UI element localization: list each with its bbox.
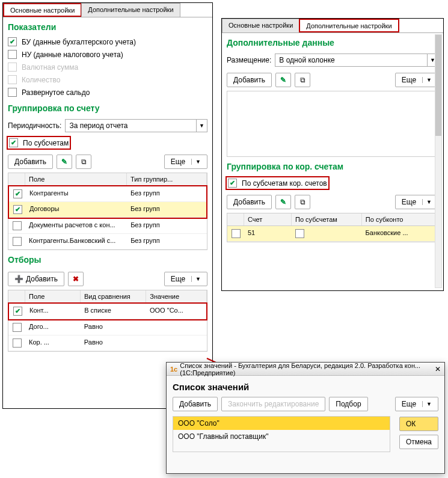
kor-by-sub-label: По субсчетам кор. счетов	[242, 179, 327, 188]
cancel-button[interactable]: Отмена	[399, 435, 438, 449]
filters-col-field: Поле	[25, 290, 81, 302]
indicator-nu-label: НУ (данные налогового учета)	[22, 51, 123, 59]
delete-icon[interactable]: ✖	[68, 272, 84, 286]
grouping-table-header: Поле Тип группир...	[8, 173, 207, 186]
dialog-pick-button[interactable]: Подбор	[329, 397, 367, 411]
edit-icon[interactable]: ✎	[275, 73, 291, 87]
kor-sub-checkbox[interactable]	[295, 229, 304, 238]
kor-add-button[interactable]: Добавить	[227, 195, 272, 209]
chevron-down-icon: ▼	[422, 77, 432, 83]
extra-add-button[interactable]: Добавить	[227, 73, 272, 87]
indicator-bu-checkbox[interactable]	[8, 37, 17, 46]
table-row[interactable]: Конт... В списке ООО "Со...	[9, 304, 206, 319]
dialog-finish-button: Закончить редактирование	[221, 397, 325, 411]
dialog-more-button[interactable]: Еще▼	[395, 397, 438, 411]
row-checkbox[interactable]	[13, 189, 22, 198]
indicator-nu-checkbox[interactable]	[8, 50, 17, 59]
kor-by-sub-checkbox[interactable]	[228, 179, 237, 188]
indicator-saldo-row[interactable]: Развернутое сальдо	[3, 86, 212, 99]
chevron-down-icon[interactable]: ▼	[196, 120, 207, 132]
indicator-saldo-checkbox[interactable]	[8, 88, 17, 97]
indicator-qty-label: Количество	[22, 76, 60, 84]
table-row[interactable]: Документы расчетов с кон... Без групп	[8, 218, 207, 234]
grouping-toolbar: Добавить ✎ ⧉ Еще▼	[3, 151, 212, 173]
scrollbar-thumb[interactable]	[435, 35, 441, 136]
copy-icon[interactable]: ⧉	[76, 155, 91, 169]
filters-more-button[interactable]: Еще▼	[164, 272, 207, 286]
row-checkbox[interactable]	[13, 205, 22, 214]
filters-table: Поле Вид сравнения Значение Конт... В сп…	[8, 290, 207, 352]
row-checkbox[interactable]	[13, 307, 22, 316]
close-icon[interactable]: ✕	[435, 365, 441, 373]
chevron-down-icon: ▼	[422, 401, 432, 407]
dialog-titlebar[interactable]: 1с Список значений - Бухгалтерия для Бел…	[167, 363, 444, 376]
filters-col-val: Значение	[146, 290, 207, 302]
kor-col-acc: Счет	[244, 213, 292, 225]
copy-icon[interactable]: ⧉	[295, 73, 310, 87]
dialog-title-text: Список значений - Бухгалтерия для Белару…	[180, 362, 435, 376]
kor-toolbar: Добавить ✎ ⧉ Еще▼	[222, 191, 443, 213]
row-checkbox[interactable]	[13, 237, 22, 246]
extra-data-list[interactable]	[227, 91, 438, 157]
table-row[interactable]: Контрагенты Без групп	[9, 186, 206, 202]
period-select[interactable]: За период отчета ▼	[65, 119, 207, 132]
tab-main-settings-right[interactable]: Основные настройки	[222, 19, 299, 32]
placement-select[interactable]: В одной колонке ▼	[275, 54, 438, 67]
value-list-dialog: 1с Список значений - Бухгалтерия для Бел…	[166, 362, 445, 474]
extra-more-button[interactable]: Еще▼	[395, 73, 438, 87]
ok-button[interactable]: ОК	[399, 417, 438, 431]
kor-table-header: Счет По субсчетам По субконто	[227, 213, 438, 226]
filters-title: Отборы	[8, 255, 212, 265]
placement-row: Размещение: В одной колонке ▼	[222, 51, 443, 69]
by-subaccounts-checkbox[interactable]	[9, 138, 18, 147]
grouping-col-field: Поле	[25, 173, 127, 185]
plus-icon: ➕	[14, 275, 23, 283]
table-row[interactable]: Контрагенты.Банковский с... Без групп	[8, 234, 207, 250]
chevron-down-icon: ▼	[191, 276, 201, 282]
scrollbar[interactable]	[435, 34, 442, 288]
grouping-col-type: Тип группир...	[127, 173, 207, 185]
edit-icon[interactable]: ✎	[57, 155, 72, 169]
dialog-action-buttons: ОК Отмена	[399, 417, 438, 449]
grouping-rows-highlight: Контрагенты Без групп Договоры Без групп	[8, 185, 207, 219]
grouping-add-button[interactable]: Добавить	[8, 155, 53, 169]
table-row[interactable]: 51 Банковские ...	[227, 226, 438, 242]
indicators-title: Показатели	[8, 22, 212, 32]
extra-data-title: Дополнительные данные	[227, 38, 443, 47]
chevron-down-icon: ▼	[422, 199, 432, 205]
indicator-bu-row[interactable]: БУ (данные бухгалтерского учета)	[3, 35, 212, 48]
extra-settings-panel: Основные настройки Дополнительные настро…	[221, 18, 444, 291]
table-row[interactable]: Договоры Без групп	[9, 202, 206, 218]
copy-icon[interactable]: ⧉	[295, 195, 310, 209]
filters-toolbar: ➕ Добавить ✖ Еще▼	[3, 268, 212, 290]
kor-by-sub-highlight: По субсчетам кор. счетов	[226, 176, 330, 190]
table-row[interactable]: Дого... Равно	[8, 320, 207, 336]
dialog-toolbar: Добавить Закончить редактирование Подбор…	[173, 397, 438, 411]
row-checkbox[interactable]	[232, 229, 241, 238]
kor-more-button[interactable]: Еще▼	[395, 195, 438, 209]
tab-main-settings[interactable]: Основные настройки	[3, 3, 82, 17]
indicator-saldo-label: Развернутое сальдо	[22, 88, 90, 97]
edit-icon[interactable]: ✎	[275, 195, 291, 209]
dialog-body: Список значений Добавить Закончить редак…	[167, 376, 444, 457]
list-item[interactable]: ООО "Главный поставщик"	[173, 430, 390, 443]
value-list[interactable]: ООО "Соло" ООО "Главный поставщик"	[173, 416, 390, 452]
indicator-nu-row[interactable]: НУ (данные налогового учета)	[3, 48, 212, 61]
tab-extra-settings-right[interactable]: Дополнительные настройки	[299, 19, 399, 32]
row-checkbox[interactable]	[13, 221, 22, 230]
indicator-val-checkbox	[8, 63, 17, 72]
placement-label: Размещение:	[227, 56, 271, 64]
row-checkbox[interactable]	[13, 339, 22, 348]
indicator-bu-label: БУ (данные бухгалтерского учета)	[22, 38, 136, 46]
filters-add-button[interactable]: ➕ Добавить	[8, 272, 64, 286]
table-row[interactable]: Кор. ... Равно	[8, 336, 207, 351]
by-subaccounts-highlight: По субсчетам	[7, 136, 71, 150]
list-item[interactable]: ООО "Соло"	[173, 417, 390, 430]
row-checkbox[interactable]	[13, 323, 22, 332]
dialog-add-button[interactable]: Добавить	[173, 397, 218, 411]
indicator-qty-row: Количество	[3, 73, 212, 86]
grouping-more-button[interactable]: Еще▼	[164, 155, 207, 169]
kor-title: Группировка по кор. счетам	[227, 162, 443, 171]
grouping-title: Группировка по счету	[8, 103, 212, 113]
tab-extra-settings[interactable]: Дополнительные настройки	[81, 3, 180, 17]
